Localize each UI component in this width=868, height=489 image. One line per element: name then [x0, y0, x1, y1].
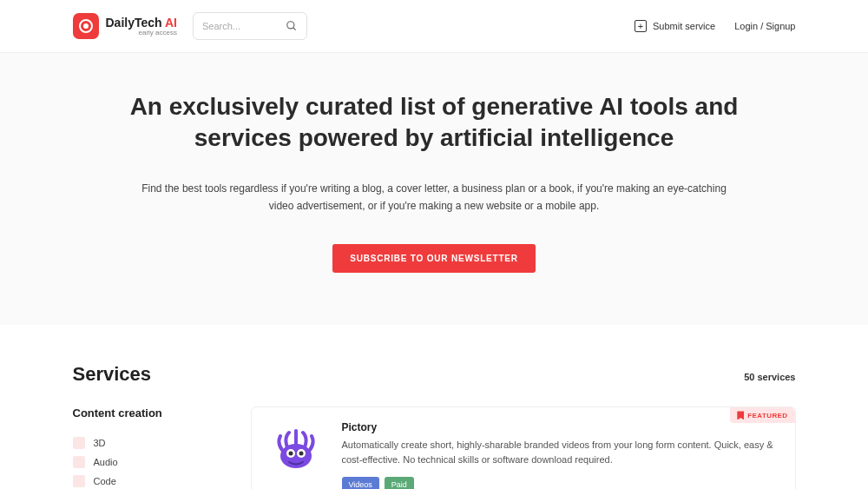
search-icon: [286, 20, 298, 32]
hero-title: An exclusively curated list of generativ…: [90, 91, 779, 155]
hero-subtitle: Find the best tools regardless if you're…: [139, 181, 729, 215]
bookmark-icon: [737, 411, 744, 420]
filter-item[interactable]: 3D: [73, 433, 216, 453]
svg-point-5: [288, 452, 293, 456]
checkbox[interactable]: [73, 437, 85, 449]
plus-icon: +: [635, 20, 647, 32]
svg-point-6: [299, 452, 303, 456]
services-count: 50 services: [744, 372, 795, 382]
login-signup-link[interactable]: Login / Signup: [734, 21, 795, 31]
checkbox[interactable]: [73, 456, 85, 468]
search-box[interactable]: [193, 12, 307, 40]
filter-label: Code: [94, 476, 116, 486]
filter-item[interactable]: Code: [73, 472, 216, 489]
brand-logo[interactable]: DailyTech AI early access: [73, 13, 177, 39]
services-heading: Services: [73, 363, 152, 386]
service-card[interactable]: FEATUREDPictoryAutomatically create shor…: [251, 406, 796, 489]
submit-service-button[interactable]: + Submit service: [635, 20, 715, 32]
svg-point-0: [287, 22, 294, 29]
filter-item[interactable]: Audio: [73, 453, 216, 472]
filter-heading-content: Content creation: [73, 406, 216, 420]
filter-label: 3D: [94, 438, 106, 448]
submit-service-label: Submit service: [653, 21, 715, 31]
search-input[interactable]: [202, 21, 298, 31]
svg-line-1: [293, 28, 296, 30]
subscribe-button[interactable]: SUBSCRIBE TO OUR NEWSLETTER: [332, 244, 536, 273]
checkbox[interactable]: [73, 475, 85, 487]
filter-label: Audio: [94, 457, 118, 467]
card-description: Automatically create short, highly-shara…: [342, 438, 781, 466]
featured-badge: FEATURED: [730, 407, 794, 423]
brand-name: DailyTech AI: [106, 17, 177, 29]
card-thumb: [266, 421, 326, 482]
card-title: Pictory: [342, 421, 781, 433]
brand-tag: early access: [106, 30, 177, 36]
tag[interactable]: Paid: [385, 477, 414, 489]
tag[interactable]: Videos: [342, 477, 379, 489]
logo-icon: [73, 13, 99, 39]
